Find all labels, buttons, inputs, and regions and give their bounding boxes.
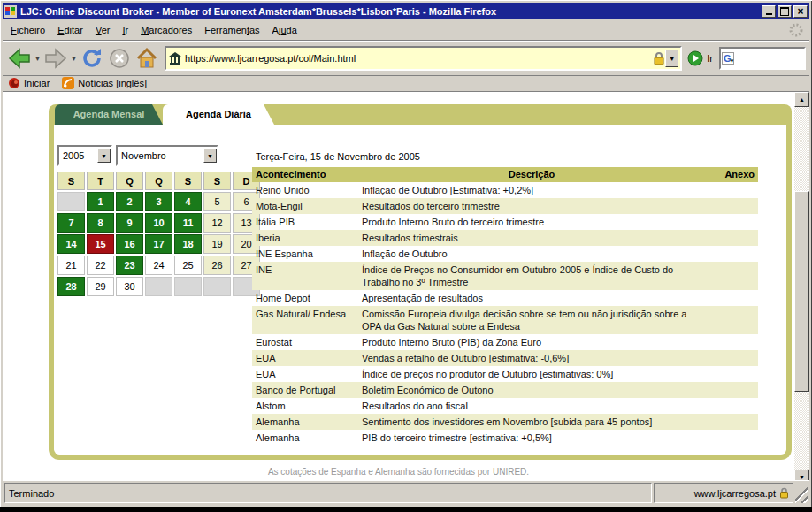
security-domain-panel[interactable]: www.ljcarregosa.pt [654, 483, 793, 503]
calendar-day-23[interactable]: 23 [116, 256, 143, 275]
maximize-icon [780, 7, 789, 16]
calendar-day-15[interactable]: 15 [87, 234, 114, 254]
calendar-day-9[interactable]: 9 [116, 213, 143, 233]
calendar-day-3[interactable]: 3 [145, 192, 172, 211]
calendar-day-8[interactable]: 8 [87, 213, 114, 233]
forward-button[interactable] [42, 45, 69, 72]
calendar-header-row: S T Q Q S S D [57, 172, 260, 190]
home-button[interactable] [134, 45, 160, 72]
back-button[interactable] [6, 45, 33, 72]
calendar-day-29: 29 [87, 277, 114, 296]
back-icon [8, 47, 31, 70]
day-header: S [57, 172, 85, 190]
month-select-arrow[interactable]: ▼ [203, 149, 217, 163]
stop-button[interactable] [106, 45, 133, 72]
back-dropdown[interactable]: ▼ [34, 45, 42, 72]
agenda-anexo [705, 398, 758, 414]
agenda-description: Resultados do ano fiscal [358, 398, 705, 414]
browser-window: LJC: Online Discount Broker - Member of … [0, 0, 812, 512]
calendar-empty-cell [174, 277, 202, 296]
resize-grip[interactable] [795, 483, 808, 503]
calendar-day-1[interactable]: 1 [87, 192, 114, 211]
calendar-week-row: 78910111213 [57, 213, 260, 233]
search-box: G▼ [719, 47, 806, 70]
agenda-description: Inflação de Outubro [Estimativa: +0,2%] [358, 182, 705, 198]
agenda-anexo [705, 430, 758, 446]
agenda-row: Itália PIBProduto Interno Bruto do terce… [252, 214, 758, 230]
calendar-day-12: 12 [203, 213, 231, 233]
bookmark-label: Iniciar [24, 78, 50, 88]
agenda-description: Comissão Europeia divulga decisão sobre … [358, 306, 705, 334]
agenda-event: Alstom [252, 398, 358, 414]
calendar-empty-cell [203, 277, 231, 296]
year-value: 2005 [59, 150, 88, 161]
calendar-day-7[interactable]: 7 [57, 213, 85, 233]
minimize-icon [766, 13, 772, 15]
page-viewport: Agenda Mensal Agenda Diária 2005 ▼ Novem… [3, 92, 809, 485]
forward-dropdown[interactable]: ▼ [70, 45, 78, 72]
agenda-anexo [705, 382, 758, 398]
agenda-row: INE EspanhaInflação de Outubro [252, 246, 758, 262]
calendar-empty-cell [57, 192, 85, 211]
agenda-row: AlstomResultados do ano fiscal [252, 398, 758, 414]
year-select[interactable]: 2005 ▼ [57, 145, 112, 166]
agenda-event: Eurostat [252, 334, 358, 350]
home-icon [135, 47, 158, 70]
search-input[interactable] [734, 52, 803, 65]
tab-agenda-mensal[interactable]: Agenda Mensal [55, 104, 163, 125]
calendar-day-14[interactable]: 14 [57, 234, 85, 254]
reload-button[interactable] [79, 45, 105, 72]
google-icon[interactable]: G▼ [722, 52, 734, 65]
minimize-button[interactable] [762, 5, 776, 18]
maximize-button[interactable] [778, 5, 792, 18]
calendar-day-22: 22 [87, 256, 114, 275]
title-bar: LJC: Online Discount Broker - Member of … [3, 3, 809, 19]
calendar-day-4[interactable]: 4 [174, 192, 202, 211]
tab-agenda-diaria[interactable]: Agenda Diária [163, 104, 274, 125]
calendar-day-2[interactable]: 2 [116, 192, 143, 211]
calendar-day-24: 24 [145, 256, 172, 275]
calendar-day-16[interactable]: 16 [116, 234, 143, 254]
menu-ferramentas[interactable]: Ferramentas [198, 22, 265, 38]
menu-ir[interactable]: Ir [116, 22, 134, 38]
vertical-scrollbar[interactable]: ▲ ▼ [794, 92, 809, 485]
calendar-day-11[interactable]: 11 [174, 213, 202, 233]
year-select-arrow[interactable]: ▼ [97, 149, 111, 163]
agenda-event: INE Espanha [252, 246, 358, 262]
agenda-anexo [705, 366, 758, 382]
go-label: Ir [707, 53, 713, 64]
calendar-week-row: 123456 [57, 192, 260, 211]
url-input[interactable] [182, 53, 653, 64]
calendar-empty-cell [145, 277, 172, 296]
close-icon: × [797, 7, 803, 16]
agenda-row: Banco de PortugalBoletim Económico de Ou… [252, 382, 758, 398]
agenda-event: Alemanha [252, 414, 358, 430]
agenda-description: Apresentação de resultados [358, 290, 705, 306]
forward-icon [44, 47, 67, 70]
menu-ver[interactable]: Ver [89, 22, 117, 38]
calendar-day-18[interactable]: 18 [174, 234, 202, 254]
calendar-day-17[interactable]: 17 [145, 234, 172, 254]
calendar-day-10[interactable]: 10 [145, 213, 172, 233]
menu-bar: Ficheiro Editar Ver Ir Marcadores Ferram… [3, 19, 809, 41]
agenda-row: AlemanhaPIB do terceiro trimestre [estim… [252, 430, 758, 446]
agenda-event: Reino Unido [252, 182, 358, 198]
go-button[interactable] [686, 50, 704, 67]
day-header: Q [145, 172, 172, 190]
menu-editar[interactable]: Editar [51, 22, 89, 38]
scrollbar-thumb[interactable] [794, 191, 809, 392]
menu-marcadores[interactable]: Marcadores [134, 22, 198, 38]
scroll-up-button[interactable]: ▲ [794, 92, 809, 107]
close-button[interactable]: × [793, 5, 808, 18]
menu-ficheiro[interactable]: Ficheiro [4, 22, 51, 38]
footer-note: As cotações de Espanha e Alemanha são fo… [3, 467, 794, 477]
bookmark-iniciar[interactable]: Iniciar [8, 77, 50, 89]
calendar-day-28[interactable]: 28 [57, 277, 85, 296]
menu-ajuda[interactable]: Ajuda [266, 22, 303, 38]
bookmark-noticias[interactable]: Notícias [inglês] [62, 77, 147, 89]
url-history-dropdown[interactable]: ▼ [665, 50, 678, 67]
date-heading: Terça-Feira, 15 de Novembro de 2005 [256, 151, 420, 162]
month-select[interactable]: Novembro ▼ [116, 145, 218, 166]
agenda-anexo [705, 246, 758, 262]
firefox-start-icon [8, 77, 20, 89]
